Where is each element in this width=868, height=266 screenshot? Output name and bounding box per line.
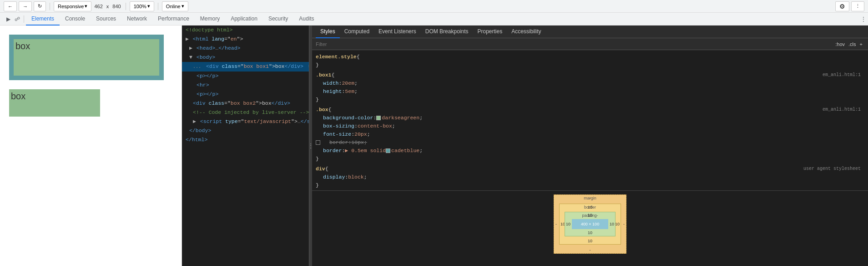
box1-height-prop[interactable]: height [316,87,342,96]
event-listeners-tab-label: Event Listeners [378,28,416,35]
network-dropdown-icon: ▾ [182,3,184,9]
padding-right-val: 10 [610,222,614,226]
plus-label: + [860,41,863,47]
script-triangle[interactable] [193,118,196,124]
bm-content: 400 × 100 [572,219,608,229]
tab-security-label: Security [268,15,288,22]
box-border-strike-prop[interactable]: border [322,138,348,147]
doctype-text: <!doctype html> [186,27,233,33]
box-boxsizing-val[interactable]: content-box [358,122,392,130]
separator2 [126,3,126,10]
box-fontsize-val[interactable]: 20px [354,130,367,138]
tab-styles[interactable]: Styles [316,26,340,38]
network-label: Online [166,4,181,9]
div-display-line: display : block ; [316,173,864,181]
more-button[interactable]: ⋮ [851,1,864,11]
tab-elements-label: Elements [31,15,54,22]
box1-height-val[interactable]: 5em [345,87,354,96]
html-panel: <!doctype html> <html lang="en"> <head>…… [182,26,309,266]
tab-event-listeners[interactable]: Event Listeners [374,26,421,38]
tab-performance[interactable]: Performance [152,13,195,26]
tab-audits[interactable]: Audits [293,13,319,26]
border-checkbox[interactable] [316,140,320,145]
height-value: 840 [112,4,121,9]
tab-memory[interactable]: Memory [195,13,225,26]
tab-elements[interactable]: Elements [26,13,60,26]
back-button[interactable]: ← [4,1,17,11]
cadetblue-swatch[interactable] [386,148,390,153]
css-rules: element.style { } .box1 { em_anli.html:1… [312,50,868,266]
box-fontsize-prop[interactable]: font-size [316,130,351,138]
div-selector: div [316,165,325,173]
tab-accessibility[interactable]: Accessibility [507,26,545,38]
box1-width-line: width : 20em ; [316,79,864,87]
box1-file-ref[interactable]: em_anli.html:1 [823,71,861,79]
content-label: 400 × 100 [581,222,599,226]
tab-sources-label: Sources [96,15,116,22]
tab-application-label: Application [231,15,257,22]
box1-width-prop[interactable]: width [316,79,339,87]
border-bottom-val: 10 [588,239,592,243]
cls-label: .cls [848,41,856,47]
box-border-strikethrough-line: border : 10px ; [316,138,864,147]
div-display-prop[interactable]: display [316,173,345,181]
tab-application[interactable]: Application [225,13,263,26]
box1-element: box [9,35,164,80]
filter-input[interactable] [316,41,833,47]
x-label: x [106,4,109,9]
more-tabs-icon[interactable]: ⋮ [859,15,868,24]
tab-computed[interactable]: Computed [340,26,374,38]
responsive-button[interactable]: Responsive ▾ [54,1,91,11]
head-triangle[interactable] [189,45,192,51]
tab-security[interactable]: Security [263,13,293,26]
box-border-line: border : ▶ 0.5em solid cadetblue ; [316,147,864,155]
html-html-close-line: </html> [182,135,309,144]
html-div-box1-line[interactable]: ... <div class="box box1">box</div> == $… [182,62,309,72]
box-boxsizing-prop[interactable]: box-sizing [316,122,354,130]
box-bgcolor-val[interactable]: darkseagreen [382,114,419,122]
box-border-strike-val[interactable]: 10px [351,138,364,147]
tab-sources[interactable]: Sources [91,13,121,26]
refresh-button[interactable]: ↻ [34,1,46,11]
box-border-val[interactable]: ▶ 0.5em solid [345,147,386,155]
html-div-box2-line: <div class="box box2">box</div> [182,99,309,108]
cls-button[interactable]: .cls [847,41,858,47]
settings-button[interactable]: ⚙ [835,1,849,11]
html-comment-line: <!-- Code injected by live-server --> [182,108,309,117]
accessibility-tab-label: Accessibility [511,28,541,35]
box1-width-val[interactable]: 20em [342,79,354,87]
box-fontsize-line: font-size : 20px ; [316,130,864,138]
html-triangle[interactable] [186,36,189,42]
div-display-val[interactable]: block [348,173,364,181]
html-doctype-line: <!doctype html> [182,26,309,35]
darkseagreen-swatch[interactable] [376,116,381,120]
network-button[interactable]: Online ▾ [162,1,188,11]
html-body-line: <body> [182,53,309,62]
devtools-tabs: ▶ ☍ Elements Console Sources Network Per… [0,13,868,26]
box-selector: .box [316,106,328,114]
computed-tab-label: Computed [344,28,369,35]
tab-console[interactable]: Console [60,13,91,26]
styles-panel: Styles Computed Event Listeners DOM Brea… [312,26,868,266]
zoom-button[interactable]: 100% ▾ [130,1,154,11]
box-bgcolor-prop[interactable]: background-color [316,114,373,122]
add-rule-button[interactable]: + [858,41,864,47]
div-close-line: } [316,181,864,189]
html-html-line: <html lang="en"> [182,35,309,44]
box-file-ref[interactable]: em_anli.html:1 [823,106,861,114]
padding-left-val: 10 [566,222,570,226]
body-triangle[interactable] [189,54,192,60]
box-model-section: margin - - - - border 10 [312,190,868,257]
box-border-color-val[interactable]: cadetblue [391,147,419,155]
tab-dom-breakpoints[interactable]: DOM Breakpoints [421,26,473,38]
tab-network[interactable]: Network [121,13,152,26]
dots-button[interactable]: ... [193,64,201,69]
device-icon[interactable]: ☍ [13,15,22,24]
hov-button[interactable]: :hov [833,41,847,47]
forward-button[interactable]: → [19,1,32,11]
element-style-close-line: } [316,61,864,69]
inspect-icon[interactable]: ▶ [4,15,13,24]
tab-properties[interactable]: Properties [473,26,507,38]
box-border-prop[interactable]: border [316,147,342,155]
dropdown-icon: ▾ [85,3,87,9]
